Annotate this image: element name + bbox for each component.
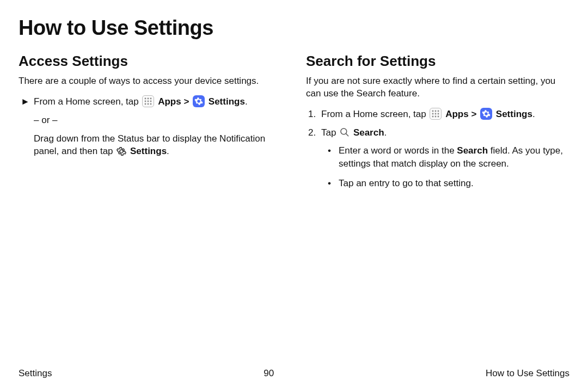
apps-label: Apps [445,109,469,119]
bullet2-text: Tap an entry to go to that setting. [339,177,474,190]
svg-point-9 [432,111,434,112]
chevron: > [469,109,479,119]
svg-point-15 [432,116,434,118]
settings-label: Settings [209,96,245,107]
svg-point-4 [148,101,149,102]
svg-point-17 [438,116,439,118]
svg-point-14 [438,113,439,115]
footer-page-number: 90 [264,368,274,379]
period: . [532,109,535,119]
search-bullet-2: • Tap an entry to go to that setting. [328,177,569,190]
search-intro: If you are not sure exactly where to fin… [306,75,569,100]
search-settings-section: Search for Settings If you are not sure … [306,53,569,197]
svg-point-7 [148,103,149,105]
search-bullet-1: • Enter a word or words in the Search fi… [328,144,569,170]
svg-point-0 [145,98,146,100]
step-number: 2. [306,126,321,139]
access-intro: There are a couple of ways to access you… [19,75,282,88]
svg-line-19 [346,134,348,136]
access-alt-step: Drag down from the Status bar to display… [34,132,282,158]
access-step-text: From a Home screen, tap [34,96,141,107]
page-title: How to Use Settings [19,16,569,40]
settings-gear-icon [116,146,127,157]
chevron: > [181,96,192,107]
apps-label: Apps [158,96,181,107]
access-settings-section: Access Settings There are a couple of wa… [19,53,282,197]
search-icon [339,127,350,138]
step1-text: From a Home screen, tap [321,109,428,119]
svg-point-8 [150,103,152,105]
page-footer: Settings 90 How to Use Settings [19,368,569,379]
settings-label: Settings [496,109,532,119]
svg-point-12 [432,113,434,115]
apps-icon [142,95,154,107]
search-step-1: 1. From a Home screen, tap Apps > Settin… [306,108,569,121]
period: . [245,96,248,107]
step2-text: Tap [321,127,339,138]
svg-point-5 [150,101,152,102]
period: . [384,127,387,138]
svg-point-1 [148,98,149,100]
search-heading: Search for Settings [306,53,569,70]
settings-gear-blue-icon [193,95,205,107]
settings-label-plain: Settings [130,146,167,156]
svg-point-13 [435,113,437,115]
triangle-marker: ► [19,95,34,108]
search-label: Search [353,127,384,138]
bullet-icon: • [328,144,339,157]
footer-right: How to Use Settings [486,368,569,379]
apps-icon [430,108,442,120]
access-step: ► From a Home screen, tap Apps > Setting… [19,95,282,108]
or-divider: – or – [34,114,282,127]
bullet1-text-a: Enter a word or words in the [339,145,457,156]
content-columns: Access Settings There are a couple of wa… [19,53,569,197]
settings-gear-blue-icon [480,108,492,120]
svg-point-6 [145,103,146,105]
bullet1-bold: Search [457,145,488,156]
svg-point-11 [438,111,439,112]
svg-point-3 [145,101,146,102]
footer-left: Settings [19,368,52,379]
svg-point-16 [435,116,437,118]
svg-point-10 [435,111,437,112]
search-step-2: 2. Tap Search. [306,126,569,139]
bullet-icon: • [328,177,339,190]
svg-point-2 [150,98,152,100]
period: . [167,146,169,156]
step-number: 1. [306,108,321,121]
access-heading: Access Settings [19,53,282,70]
